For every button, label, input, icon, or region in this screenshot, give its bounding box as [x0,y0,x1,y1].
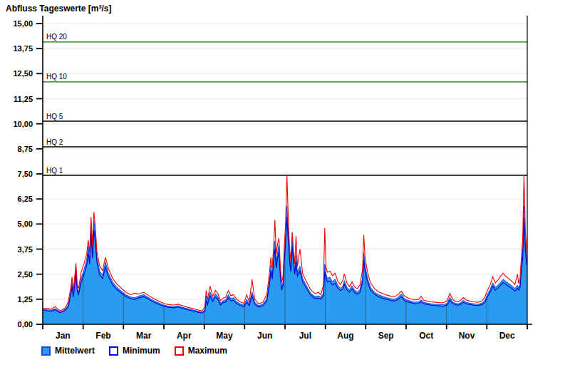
legend-item-mittelwert: Mittelwert [41,346,95,356]
month-label: Oct [419,331,433,341]
month-label: Jun [257,331,272,341]
y-tick-label: 2,50 [18,270,33,279]
mittelwert-swatch [41,346,51,356]
legend-item-maximum: Maximum [175,346,227,356]
month-label: Sep [378,331,394,341]
y-tick-label: 1,25 [18,295,33,304]
y-tick-label: 12,50 [13,69,33,78]
maximum-swatch [175,346,184,356]
y-tick-label: 5,00 [18,220,33,228]
y-tick-label: 11,25 [14,95,33,103]
y-tick-label: 6,25 [18,195,33,203]
month-label: May [216,331,233,341]
minimum-swatch [109,346,118,356]
hq-line-label: HQ 1 [46,167,63,175]
month-label: Mar [136,331,152,341]
legend-label-maximum: Maximum [188,346,227,356]
y-tick-label: 15,00 [13,19,33,28]
y-tick-label: 8,75 [18,145,33,153]
y-tick-label: 7,50 [18,170,33,178]
month-label: Feb [95,331,110,341]
chart-panel: Abfluss Tageswerte [m³/s] HQ 20HQ 10HQ 5… [0,0,570,392]
month-label: Jan [56,331,71,341]
month-label: Dec [499,331,515,341]
month-label: Nov [459,331,475,341]
legend: Mittelwert Minimum Maximum [41,346,227,356]
legend-label-minimum: Minimum [123,346,160,356]
y-tick-label: 10,00 [13,120,33,128]
y-tick-label: 3,75 [18,245,33,254]
y-tick-label: 0,00 [18,320,33,329]
month-label: Jul [299,331,311,341]
month-label: Apr [177,331,192,341]
legend-label-mittelwert: Mittelwert [55,346,95,356]
hq-line-label: HQ 5 [46,113,63,120]
y-tick-label: 13,75 [13,44,33,53]
month-label: Aug [337,331,353,341]
hq-line-label: HQ 2 [46,138,63,146]
hq-line-label: HQ 10 [46,73,67,81]
legend-item-minimum: Minimum [109,346,160,356]
discharge-chart: HQ 20HQ 10HQ 5HQ 2HQ 10,001,252,503,755,… [0,0,570,392]
hq-line-label: HQ 20 [46,33,67,41]
